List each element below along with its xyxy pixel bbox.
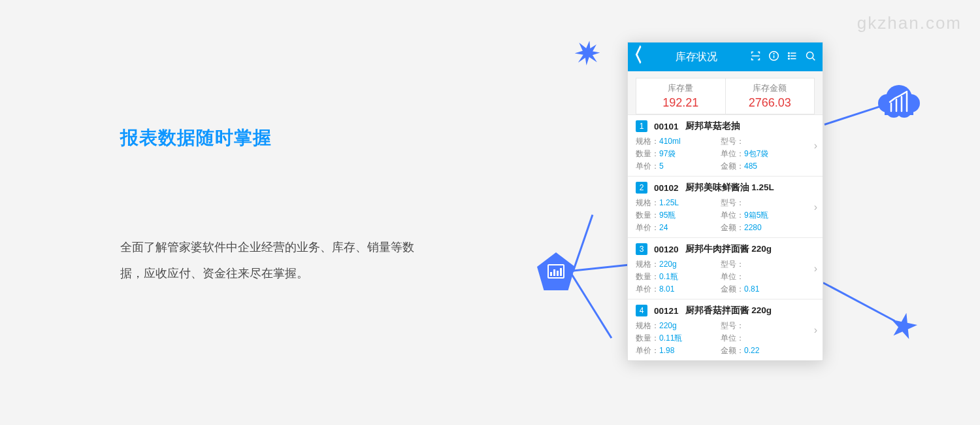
- chevron-right-icon: ›: [814, 263, 817, 275]
- summary-card: 库存量 192.21 库存金额 2766.03: [636, 78, 815, 114]
- item-name: 厨邦美味鲜酱油 1.25L: [685, 182, 774, 194]
- item-name: 厨邦草菇老抽: [685, 120, 740, 132]
- item-price: 单价：5: [636, 161, 721, 172]
- svg-point-18: [789, 58, 790, 59]
- item-unit: 单位：: [721, 333, 806, 344]
- item-index-badge: 3: [636, 243, 647, 255]
- item-spec: 规格：220g: [636, 320, 721, 332]
- item-amount: 金额：485: [721, 161, 806, 172]
- summary-value: 2766.03: [749, 96, 791, 110]
- connector-line: [571, 274, 612, 339]
- header-title: 库存状况: [676, 50, 717, 64]
- item-code: 00120: [654, 245, 679, 254]
- search-icon[interactable]: [805, 50, 816, 64]
- svg-point-12: [774, 53, 774, 54]
- item-amount: 金额：2280: [721, 222, 806, 233]
- watermark-text: gkzhan.com: [857, 13, 962, 33]
- item-code: 00121: [654, 306, 679, 316]
- connector-line: [572, 214, 594, 272]
- item-qty: 数量：0.11瓶: [636, 333, 721, 344]
- list-item[interactable]: 3 00120 厨邦牛肉拌面酱 220g 规格：220g 型号： 数量：0.1瓶…: [628, 237, 823, 299]
- item-spec: 规格：220g: [636, 259, 721, 270]
- summary-stock-qty[interactable]: 库存量 192.21: [636, 78, 726, 114]
- svg-point-19: [807, 52, 813, 58]
- item-model: 型号：: [721, 259, 806, 270]
- bar-chart-icon: [547, 264, 564, 279]
- back-button[interactable]: [634, 44, 642, 70]
- chart-pentagon-icon: [537, 252, 575, 290]
- summary-value: 192.21: [662, 96, 698, 110]
- svg-line-20: [813, 58, 815, 60]
- svg-point-16: [789, 52, 790, 54]
- list-item[interactable]: 4 00121 厨邦香菇拌面酱 220g 规格：220g 型号： 数量：0.11…: [628, 299, 823, 360]
- chevron-right-icon: ›: [814, 324, 817, 336]
- item-unit: 单位：: [721, 271, 806, 282]
- chevron-right-icon: ›: [814, 140, 817, 152]
- item-unit: 单位：9包7袋: [721, 148, 806, 160]
- item-spec: 规格：1.25L: [636, 197, 721, 209]
- item-code: 00101: [654, 122, 679, 131]
- info-icon[interactable]: [768, 50, 779, 64]
- summary-label: 库存金额: [753, 83, 787, 94]
- item-name: 厨邦牛肉拌面酱 220g: [685, 243, 772, 255]
- marketing-copy: 报表数据随时掌握 全面了解管家婆软件中企业经营的业务、库存、销量等数据，应收应付…: [120, 126, 427, 287]
- svg-point-17: [789, 55, 790, 56]
- svg-rect-5: [885, 103, 913, 115]
- page-heading: 报表数据随时掌握: [120, 126, 427, 150]
- scan-icon[interactable]: [750, 50, 761, 64]
- item-qty: 数量：97袋: [636, 148, 721, 160]
- summary-card-wrap: 库存量 192.21 库存金额 2766.03: [628, 71, 823, 114]
- item-index-badge: 1: [636, 120, 647, 132]
- star-icon: [887, 310, 920, 343]
- item-price: 单价：1.98: [636, 345, 721, 356]
- list-item[interactable]: 2 00102 厨邦美味鲜酱油 1.25L 规格：1.25L 型号： 数量：95…: [628, 176, 823, 237]
- item-name: 厨邦香菇拌面酱 220g: [685, 305, 772, 316]
- item-amount: 金额：0.81: [721, 284, 806, 295]
- burst-icon: [573, 39, 602, 67]
- list-icon[interactable]: [787, 50, 798, 64]
- chevron-right-icon: ›: [814, 201, 817, 213]
- cloud-chart-icon: [875, 78, 923, 126]
- summary-label: 库存量: [668, 83, 693, 94]
- list-item[interactable]: 1 00101 厨邦草菇老抽 规格：410ml 型号： 数量：97袋 单位：9包…: [628, 114, 823, 176]
- item-model: 型号：: [721, 197, 806, 209]
- item-unit: 单位：9箱5瓶: [721, 210, 806, 221]
- item-model: 型号：: [721, 136, 806, 147]
- item-price: 单价：24: [636, 222, 721, 233]
- summary-stock-amount[interactable]: 库存金额 2766.03: [726, 78, 815, 114]
- item-qty: 数量：95瓶: [636, 210, 721, 221]
- item-amount: 金额：0.22: [721, 345, 806, 356]
- item-qty: 数量：0.1瓶: [636, 271, 721, 282]
- page-description: 全面了解管家婆软件中企业经营的业务、库存、销量等数据，应收应付、资金往来尽在掌握…: [120, 234, 427, 287]
- item-model: 型号：: [721, 320, 806, 332]
- app-header: 库存状况: [628, 42, 823, 71]
- item-index-badge: 2: [636, 182, 647, 194]
- item-code: 00102: [654, 183, 679, 193]
- mobile-app-mock: 库存状况 库存量 192.21 库存金额 2766.03 1 00101 厨邦草…: [627, 42, 823, 361]
- item-price: 单价：8.01: [636, 284, 721, 295]
- inventory-list: 1 00101 厨邦草菇老抽 规格：410ml 型号： 数量：97袋 单位：9包…: [628, 114, 823, 360]
- item-spec: 规格：410ml: [636, 136, 721, 147]
- item-index-badge: 4: [636, 305, 647, 316]
- connector-line: [823, 282, 895, 322]
